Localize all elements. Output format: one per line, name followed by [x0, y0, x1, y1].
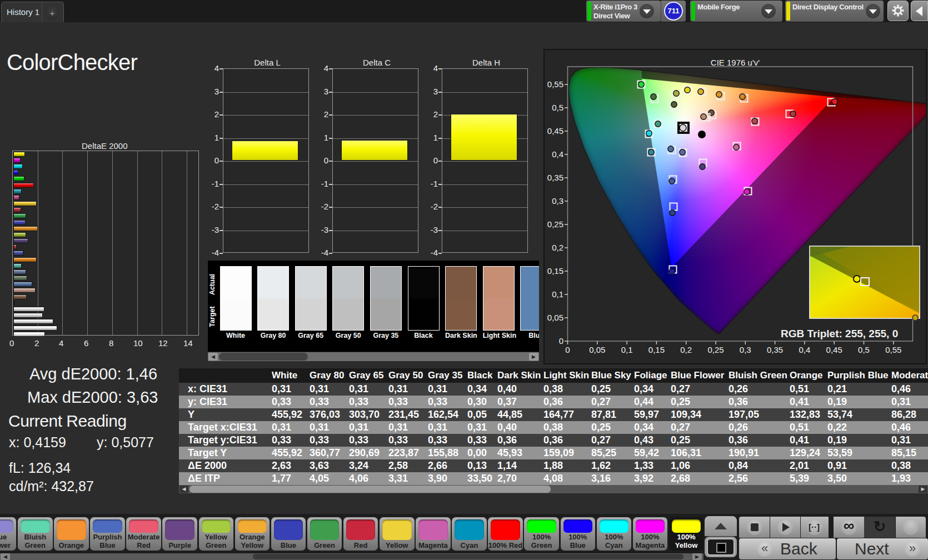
svg-text:0,45: 0,45: [826, 345, 842, 354]
svg-text:0,25: 0,25: [707, 345, 724, 354]
svg-text:0,5: 0,5: [552, 103, 563, 112]
svg-text:0,15: 0,15: [648, 345, 665, 354]
svg-text:0,35: 0,35: [547, 173, 563, 182]
svg-text:0,25: 0,25: [547, 219, 563, 229]
svg-text:0,1: 0,1: [552, 289, 563, 299]
svg-text:0,2: 0,2: [680, 345, 692, 354]
svg-text:0,4: 0,4: [799, 345, 810, 354]
svg-text:0,35: 0,35: [767, 345, 783, 354]
svg-text:0,2: 0,2: [552, 243, 563, 252]
svg-text:0,1: 0,1: [621, 345, 633, 354]
svg-text:0: 0: [559, 336, 563, 346]
svg-text:RGB Triplet: 255, 255, 0: RGB Triplet: 255, 255, 0: [781, 328, 898, 339]
svg-text:0,5: 0,5: [858, 345, 870, 354]
svg-text:0,05: 0,05: [547, 313, 563, 322]
svg-text:0,3: 0,3: [740, 345, 751, 354]
svg-text:0,15: 0,15: [547, 266, 563, 276]
svg-text:0,45: 0,45: [547, 126, 563, 136]
svg-text:0,55: 0,55: [547, 79, 563, 89]
svg-text:0,05: 0,05: [589, 345, 605, 354]
svg-text:0,4: 0,4: [552, 149, 563, 159]
svg-text:0: 0: [565, 345, 570, 354]
svg-text:0,3: 0,3: [552, 196, 563, 206]
svg-text:CIE 1976 u'v': CIE 1976 u'v': [711, 58, 760, 67]
svg-text:0,55: 0,55: [885, 345, 901, 354]
